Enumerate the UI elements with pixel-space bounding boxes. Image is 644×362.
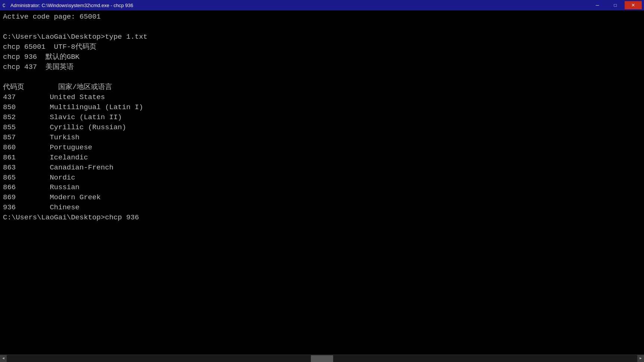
svg-text:C: C: [3, 3, 5, 8]
close-button[interactable]: ✕: [625, 1, 642, 9]
terminal-line: 代码页 国家/地区或语言: [3, 82, 641, 92]
terminal-line: 869 Modern Greek: [3, 193, 641, 203]
scroll-track[interactable]: [7, 355, 637, 362]
terminal-line: chcp 65001 UTF-8代码页: [3, 42, 641, 52]
terminal-line: 855 Cyrillic (Russian): [3, 123, 641, 133]
terminal-line: Active code page: 65001: [3, 12, 641, 22]
terminal-line: 437 United States: [3, 92, 641, 102]
terminal-line: chcp 437 美国英语: [3, 62, 641, 72]
restore-button[interactable]: □: [607, 1, 624, 9]
cmd-icon: C: [2, 2, 8, 8]
title-bar-buttons: ─ □ ✕: [589, 1, 642, 9]
title-bar-left: C Administrator: C:\Windows\system32\cmd…: [2, 2, 133, 8]
terminal-line: 860 Portuguese: [3, 143, 641, 153]
terminal-line: 866 Russian: [3, 182, 641, 193]
terminal-line: 857 Turkish: [3, 133, 641, 143]
terminal-line: C:\Users\LaoGai\Desktop>chcp 936: [3, 213, 641, 223]
terminal-output: Active code page: 65001C:\Users\LaoGai\D…: [0, 10, 644, 355]
scroll-thumb[interactable]: [311, 355, 333, 362]
terminal-line: chcp 936 默认的GBK: [3, 52, 641, 62]
terminal-empty-line: [3, 22, 641, 32]
terminal-line: C:\Users\LaoGai\Desktop>type 1.txt: [3, 32, 641, 42]
title-bar: C Administrator: C:\Windows\system32\cmd…: [0, 0, 644, 10]
terminal-line: 863 Canadian-French: [3, 163, 641, 173]
terminal-line: 936 Chinese: [3, 203, 641, 213]
terminal-line: 852 Slavic (Latin II): [3, 112, 641, 123]
terminal-empty-line: [3, 72, 641, 82]
title-bar-text: Administrator: C:\Windows\system32\cmd.e…: [10, 3, 133, 8]
terminal-line: 865 Nordic: [3, 173, 641, 183]
scroll-left-button[interactable]: ◄: [0, 355, 7, 362]
minimize-button[interactable]: ─: [589, 1, 606, 9]
terminal-line: 861 Icelandic: [3, 153, 641, 163]
terminal-line: 850 Multilingual (Latin I): [3, 102, 641, 112]
horizontal-scrollbar[interactable]: ◄ ►: [0, 355, 644, 362]
scroll-right-button[interactable]: ►: [637, 355, 644, 362]
